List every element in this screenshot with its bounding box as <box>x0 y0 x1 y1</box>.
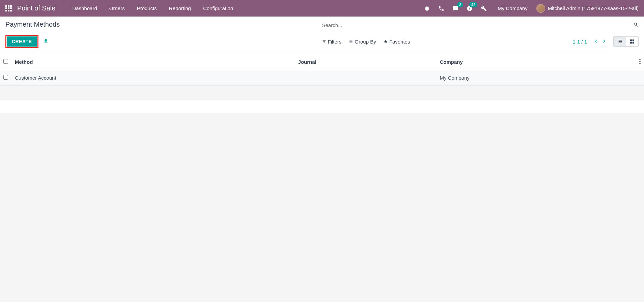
create-button[interactable]: CREATE <box>7 36 37 47</box>
pager[interactable]: 1-1 / 1 <box>572 39 587 45</box>
cell-journal <box>295 70 437 86</box>
tools-icon[interactable] <box>479 3 489 13</box>
export-icon[interactable] <box>43 38 49 45</box>
kanban-view-icon <box>629 39 635 44</box>
pager-prev[interactable] <box>593 38 599 45</box>
groupby-menu[interactable]: Group By <box>349 39 376 45</box>
svg-point-2 <box>639 63 641 64</box>
view-switcher <box>613 36 639 47</box>
activities-badge: 42 <box>469 2 477 7</box>
svg-point-0 <box>639 59 641 60</box>
nav-orders[interactable]: Orders <box>103 0 131 17</box>
nav-products[interactable]: Products <box>131 0 163 17</box>
header-journal[interactable]: Journal <box>295 54 437 70</box>
nav-dashboard[interactable]: Dashboard <box>66 0 103 17</box>
star-icon <box>384 39 388 44</box>
list-view-icon <box>617 39 622 44</box>
filter-icon <box>322 39 326 44</box>
list-view-button[interactable] <box>614 37 626 46</box>
phone-icon[interactable] <box>436 3 446 13</box>
activities-icon[interactable]: 42 <box>465 3 475 13</box>
search-icon[interactable] <box>633 22 639 28</box>
app-brand[interactable]: Point of Sale <box>17 4 55 12</box>
select-all-checkbox[interactable] <box>3 59 8 64</box>
header-method[interactable]: Method <box>11 54 295 70</box>
avatar <box>536 4 545 13</box>
page-title: Payment Methods <box>5 21 60 28</box>
nav-configuration[interactable]: Configuration <box>197 0 239 17</box>
nav-right: 2 42 My Company Mitchell Admin (17591877… <box>422 3 639 13</box>
create-highlight: CREATE <box>5 35 38 48</box>
chevron-left-icon <box>593 38 599 44</box>
apps-icon[interactable] <box>5 5 12 11</box>
cell-method: Customer Account <box>11 70 295 86</box>
bottom-band <box>0 99 644 113</box>
control-panel: Payment Methods CREATE Filters Group By <box>0 17 644 54</box>
user-menu[interactable]: Mitchell Admin (17591877-saas-15-2-all) <box>536 4 639 13</box>
filters-menu[interactable]: Filters <box>322 39 342 45</box>
table-header-row: Method Journal Company <box>0 54 644 70</box>
column-options-icon[interactable] <box>639 59 641 65</box>
bug-icon[interactable] <box>422 3 432 13</box>
search-input[interactable] <box>322 22 634 28</box>
top-navbar: Point of Sale Dashboard Orders Products … <box>0 0 644 17</box>
nav-reporting[interactable]: Reporting <box>163 0 197 17</box>
favorites-menu[interactable]: Favorites <box>384 39 410 45</box>
company-switcher[interactable]: My Company <box>493 5 532 11</box>
table-row[interactable]: Customer Account My Company <box>0 70 644 86</box>
list-icon <box>349 39 353 44</box>
cell-company: My Company <box>436 70 636 86</box>
search-bar <box>322 21 639 30</box>
pager-next[interactable] <box>601 38 607 45</box>
list-view: Method Journal Company Customer Account … <box>0 54 644 86</box>
messages-icon[interactable]: 2 <box>450 3 460 13</box>
nav-menu: Dashboard Orders Products Reporting Conf… <box>66 0 239 17</box>
kanban-view-button[interactable] <box>626 37 638 46</box>
svg-point-1 <box>639 61 641 62</box>
header-company[interactable]: Company <box>436 54 636 70</box>
messages-badge: 2 <box>457 2 463 7</box>
user-name: Mitchell Admin (17591877-saas-15-2-all) <box>548 5 639 11</box>
row-checkbox[interactable] <box>3 75 8 80</box>
chevron-right-icon <box>601 38 607 44</box>
